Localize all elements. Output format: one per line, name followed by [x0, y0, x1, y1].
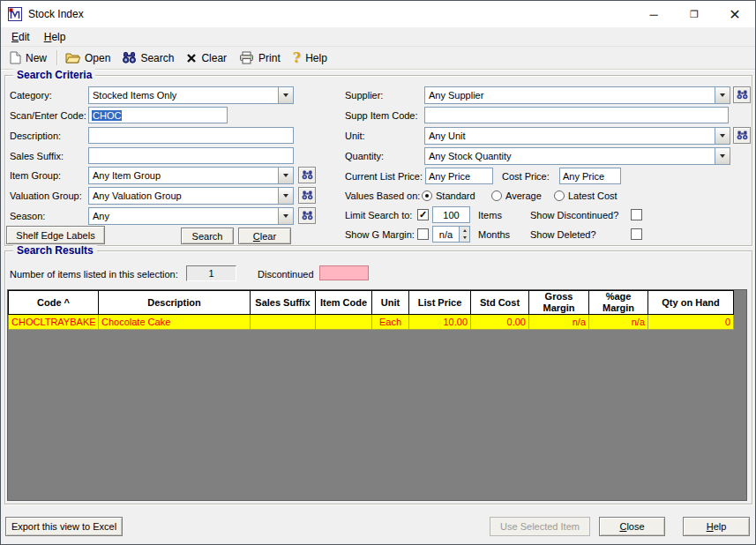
description-input[interactable]	[88, 127, 294, 144]
cell-sales-suffix[interactable]	[251, 315, 316, 330]
column-header-std-cost[interactable]: Std Cost	[471, 290, 529, 315]
app-icon	[8, 7, 22, 21]
quantity-value: Any Stock Quantity	[425, 148, 715, 164]
cell-item-code[interactable]	[316, 315, 372, 330]
new-page-icon	[10, 51, 21, 64]
supplier-search-button[interactable]	[733, 86, 751, 103]
show-discontinued-checkbox[interactable]	[631, 209, 642, 220]
item-group-select[interactable]: Any Item Group	[88, 167, 294, 184]
chevron-down-icon[interactable]	[715, 148, 730, 164]
limit-search-checkbox[interactable]	[417, 209, 429, 220]
radio-latest-cost[interactable]	[554, 190, 565, 201]
limit-search-input[interactable]: 100	[432, 206, 470, 223]
toolbar-open-button[interactable]: Open	[60, 50, 117, 66]
season-value: Any	[89, 208, 278, 224]
discontinued-legend-label: Discontinued	[258, 269, 314, 280]
toolbar-separator	[56, 50, 57, 65]
menu-help[interactable]: Help	[37, 28, 73, 46]
group-title-search-criteria: Search Criteria	[13, 69, 95, 81]
toolbar-clear-button[interactable]: Clear	[181, 50, 234, 66]
valuation-group-select[interactable]: Any Valuation Group	[88, 187, 294, 205]
item-group-search-button[interactable]	[298, 167, 316, 183]
column-header-item-code[interactable]: Item Code	[316, 290, 372, 315]
toolbar-new-label: New	[26, 52, 47, 64]
table-row[interactable]: CHOCLTRAYBAKE Chocolate Cake Each 10.00 …	[8, 315, 734, 330]
radio-standard-label[interactable]: Standard	[436, 190, 475, 201]
clear-button[interactable]: Clear	[238, 228, 291, 244]
radio-standard[interactable]	[422, 190, 432, 201]
unit-search-button[interactable]	[733, 127, 751, 144]
toolbar-search-button[interactable]: Search	[117, 50, 181, 66]
column-header-age-margin[interactable]: %age Margin	[589, 290, 648, 315]
supp-item-code-input[interactable]	[424, 107, 729, 123]
toolbar: New Open Search Clear Print	[1, 47, 755, 70]
maximize-button[interactable]: ❐	[674, 1, 715, 27]
binoculars-icon	[737, 90, 748, 100]
toolbar-print-button[interactable]: Print	[234, 49, 288, 66]
g-margin-spinner[interactable]: n/a	[432, 226, 470, 243]
export-excel-button[interactable]: Export this view to Excel	[5, 517, 123, 536]
close-window-button[interactable]: ✕	[715, 1, 755, 27]
chevron-down-icon[interactable]	[278, 168, 293, 183]
shelf-edge-labels-button[interactable]: Shelf Edge Labels	[6, 226, 105, 244]
valuation-group-search-button[interactable]	[298, 187, 316, 204]
column-header-description[interactable]: Description	[99, 290, 251, 315]
unit-select[interactable]: Any Unit	[424, 127, 730, 145]
radio-average[interactable]	[491, 190, 502, 201]
cell-qty-on-hand[interactable]: 0	[648, 315, 734, 330]
column-header-code[interactable]: Code ^	[9, 290, 99, 315]
category-label: Category:	[10, 90, 52, 101]
g-margin-value: n/a	[433, 227, 459, 242]
titlebar: Stock Index ─ ❐ ✕	[1, 1, 755, 27]
help-button[interactable]: Help	[683, 517, 750, 536]
cost-price-label: Cost Price:	[502, 171, 550, 182]
spinner-up-icon[interactable]	[460, 227, 469, 235]
help-question-icon: ?	[293, 51, 301, 65]
cell-list-price[interactable]: 10.00	[409, 315, 471, 330]
cost-price-input[interactable]: Any Price	[559, 168, 621, 184]
column-header-unit[interactable]: Unit	[372, 290, 409, 315]
category-select[interactable]: Stocked Items Only	[88, 86, 294, 104]
cell-age-margin[interactable]: n/a	[589, 315, 648, 330]
quantity-select[interactable]: Any Stock Quantity	[424, 147, 730, 165]
use-selected-item-button: Use Selected Item	[490, 517, 590, 536]
toolbar-help-label: Help	[305, 52, 327, 64]
chevron-down-icon[interactable]	[278, 188, 293, 204]
cell-unit[interactable]: Each	[372, 315, 409, 330]
spinner-down-icon[interactable]	[460, 235, 469, 243]
column-header-qty-on-hand[interactable]: Qty on Hand	[648, 290, 734, 315]
season-search-button[interactable]	[298, 207, 316, 224]
sales-suffix-label: Sales Suffix:	[10, 151, 64, 161]
cell-code[interactable]: CHOCLTRAYBAKE	[9, 315, 99, 330]
values-based-on-label: Values Based on:	[345, 190, 420, 201]
limit-search-label: Limit Search to:	[345, 210, 412, 220]
cell-std-cost[interactable]: 0.00	[471, 315, 529, 330]
minimize-button[interactable]: ─	[633, 1, 674, 27]
menu-edit[interactable]: Edit	[4, 28, 37, 46]
scan-code-input[interactable]: CHOC	[88, 107, 228, 123]
supplier-select[interactable]: Any Supplier	[424, 86, 730, 104]
radio-latest-cost-label[interactable]: Latest Cost	[568, 190, 618, 201]
column-header-list-price[interactable]: List Price	[409, 290, 471, 315]
toolbar-help-button[interactable]: ? Help	[288, 49, 334, 67]
column-header-gross-margin[interactable]: Gross Margin	[529, 290, 589, 315]
chevron-down-icon[interactable]	[278, 208, 293, 224]
season-select[interactable]: Any	[88, 207, 294, 225]
search-button[interactable]: Search	[181, 228, 234, 244]
show-deleted-checkbox[interactable]	[631, 228, 642, 240]
clear-x-icon	[186, 53, 197, 63]
cell-description[interactable]: Chocolate Cake	[99, 315, 251, 330]
chevron-down-icon[interactable]	[715, 87, 730, 103]
radio-average-label[interactable]: Average	[505, 190, 542, 201]
chevron-down-icon[interactable]	[715, 128, 730, 144]
current-list-price-input[interactable]: Any Price	[425, 168, 493, 184]
cell-gross-margin[interactable]: n/a	[529, 315, 589, 330]
sales-suffix-input[interactable]	[88, 147, 294, 164]
valuation-group-value: Any Valuation Group	[89, 188, 278, 204]
chevron-down-icon[interactable]	[278, 87, 293, 103]
column-header-sales-suffix[interactable]: Sales Suffix	[251, 290, 316, 315]
toolbar-new-button[interactable]: New	[4, 49, 54, 66]
close-button[interactable]: Close	[599, 517, 665, 536]
show-deleted-label: Show Deleted?	[530, 229, 596, 240]
show-g-margin-checkbox[interactable]	[417, 228, 429, 240]
